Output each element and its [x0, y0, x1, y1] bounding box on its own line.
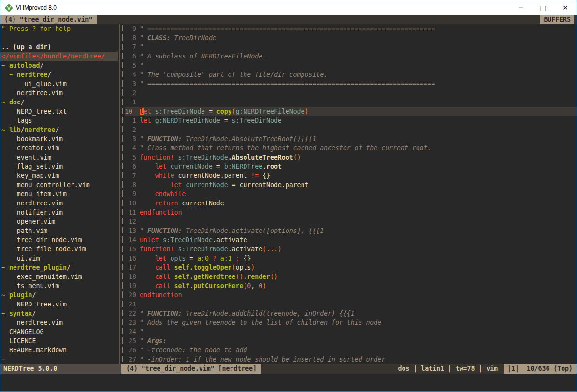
code-line[interactable]: 1	[125, 98, 577, 107]
tree-item[interactable]: ui.vim	[1, 254, 118, 263]
line-number: 20	[125, 290, 136, 300]
tree-item[interactable]: notifier.vim	[1, 208, 118, 217]
code-line[interactable]: 17 call self.toggleOpen(opts)	[125, 263, 577, 272]
close-button[interactable]: ✕	[554, 0, 577, 15]
statusline-nerdtree[interactable]: NERDTree 5.0.0	[0, 364, 121, 374]
code-line[interactable]: 5"	[125, 61, 577, 70]
tree-item[interactable]: flag_set.vim	[1, 162, 118, 171]
tree-item[interactable]: ~ plugin/	[1, 290, 118, 300]
tree-item[interactable]: menu_controller.vim	[1, 180, 118, 189]
code-line[interactable]: 6 let currentNode = b:NERDTree.root	[125, 162, 577, 171]
code-line[interactable]: 13" FUNCTION: TreeDirNode.activate([opti…	[125, 226, 577, 235]
tree-item[interactable]: ~ nerdtree_plugin/	[1, 263, 118, 272]
tree-item[interactable]: path.vim	[1, 226, 118, 235]
code-line[interactable]: 6" A subclass of NERDTreeFileNode.	[125, 52, 577, 61]
command-line[interactable]	[0, 374, 577, 391]
statusline-active-buffer[interactable]: (4) "tree_dir_node.vim" [nerdtree]	[121, 364, 261, 374]
line-number: 8	[125, 33, 136, 43]
tree-item[interactable]: menu_item.vim	[1, 189, 118, 199]
code-line[interactable]: 15function! s:TreeDirNode.activate(...)	[125, 245, 577, 254]
syntax-dim: ~	[1, 356, 5, 363]
minimize-button[interactable]: ─	[510, 0, 532, 15]
code-line[interactable]: 14unlet s:TreeDirNode.activate	[125, 235, 577, 245]
tree-item[interactable]: " Press ? for help	[1, 24, 118, 33]
tree-item[interactable]: README.markdown	[1, 346, 118, 355]
code-line[interactable]: 10let s:TreeDirNode = copy(g:NERDTreeFil…	[125, 107, 577, 116]
tree-item[interactable]: ~ nerdtree/	[1, 70, 118, 79]
line-number: 19	[125, 281, 136, 290]
syntax-cb: FUNCTION:	[147, 310, 182, 317]
buffers-tab[interactable]: BUFFERS	[540, 15, 574, 24]
tree-item[interactable]: ~ doc/	[1, 98, 118, 107]
tree-item[interactable]: ~	[1, 355, 118, 364]
tree-item[interactable]: ~ syntax/	[1, 309, 118, 318]
code-line[interactable]: 2	[125, 88, 577, 98]
syntax-c: "	[140, 227, 147, 234]
tab-current[interactable]: (4) "tree_dir_node.vim"	[0, 15, 97, 24]
code-line[interactable]: 4" Class method that returns the highest…	[125, 144, 577, 153]
code-line[interactable]: 11endfunction	[125, 208, 577, 217]
code-line[interactable]: 7 while currentNode.parent != {}	[125, 171, 577, 180]
code-line[interactable]: 16 let opts = a:0 ? a:1 : {}	[125, 254, 577, 263]
tree-item[interactable]: LICENCE	[1, 336, 118, 346]
code-line[interactable]: 19 call self.putCursorHere(0, 0)	[125, 281, 577, 290]
syntax-f: ui.vim	[1, 255, 40, 262]
code-line[interactable]: 9 endwhile	[125, 189, 577, 199]
statusline-flags: dos | latin1 | tw=78 | vim	[261, 364, 504, 374]
code-line[interactable]: 22" FUNCTION: TreeDirNode.addChild(treen…	[125, 309, 577, 318]
code-line[interactable]: 9" =====================================…	[125, 24, 577, 33]
code-line[interactable]: 26" -treenode: the node to add	[125, 346, 577, 355]
tree-item[interactable]: bookmark.vim	[1, 134, 118, 144]
tree-item[interactable]: key_map.vim	[1, 171, 118, 180]
code-line[interactable]: 1let g:NERDTreeDirNode = s:TreeDirNode	[125, 116, 577, 125]
syntax-p: =	[220, 117, 232, 124]
tree-item[interactable]: CHANGELOG	[1, 327, 118, 336]
syntax-k: let	[155, 255, 167, 262]
syntax-id: currentNode	[171, 163, 213, 170]
code-line[interactable]: 3" =====================================…	[125, 79, 577, 88]
code-line[interactable]: 12	[125, 217, 577, 226]
tree-item[interactable]: nerdtree.vim	[1, 199, 118, 208]
tree-item[interactable]	[1, 33, 118, 43]
tree-item[interactable]: ~ autoload/	[1, 61, 118, 70]
tree-item[interactable]: ~ lib/nerdtree/	[1, 125, 118, 134]
tree-item[interactable]: event.vim	[1, 153, 118, 162]
code-line[interactable]: 21	[125, 300, 577, 309]
window-divider[interactable]	[118, 24, 125, 364]
tree-item[interactable]: tree_dir_node.vim	[1, 235, 118, 245]
tree-item[interactable]: tags	[1, 116, 118, 125]
syntax-c: " A subclass of NERDTreeFileNode.	[140, 53, 266, 60]
code-line[interactable]: 25" Args:	[125, 336, 577, 346]
code-line[interactable]: 8" CLASS: TreeDirNode	[125, 33, 577, 43]
tree-item[interactable]: nerdtree.vim	[1, 318, 118, 327]
syntax-fn: copy	[216, 108, 232, 115]
tree-item[interactable]: ui_glue.vim	[1, 79, 118, 88]
maximize-button[interactable]: □	[532, 0, 554, 15]
tree-item[interactable]: nerdtree.vim	[1, 88, 118, 98]
syntax-o: )	[304, 108, 308, 115]
code-line[interactable]: 3" FUNCTION: TreeDirNode.AbsoluteTreeRoo…	[125, 134, 577, 144]
code-line[interactable]: 23" Adds the given treenode to the list …	[125, 318, 577, 327]
tree-item[interactable]: NERD_tree.vim	[1, 300, 118, 309]
line-number: 15	[125, 245, 136, 254]
code-line[interactable]: 18 call self.getNerdtree().render()	[125, 272, 577, 281]
code-line[interactable]: 20endfunction	[125, 290, 577, 300]
code-line[interactable]: 8 let currentNode = currentNode.parent	[125, 180, 577, 189]
tree-item[interactable]: </vimfiles/bundle/nerdtree/	[0, 52, 118, 61]
tree-item[interactable]: tree_file_node.vim	[1, 245, 118, 254]
syntax-p: = currentNode.parent	[228, 181, 309, 189]
tree-item[interactable]: fs_menu.vim	[1, 281, 118, 290]
code-line[interactable]: 4" The 'composite' part of the file/dir …	[125, 70, 577, 79]
code-line[interactable]: 24"	[125, 327, 577, 336]
code-line[interactable]: 10 return currentNode	[125, 199, 577, 208]
tree-item[interactable]: exec_menuitem.vim	[1, 272, 118, 281]
code-line[interactable]: 27" -inOrder: 1 if the new node should b…	[125, 355, 577, 364]
tree-item[interactable]: opener.vim	[1, 217, 118, 226]
code-line[interactable]: 2	[125, 125, 577, 134]
tree-item[interactable]: NERD_tree.txt	[1, 107, 118, 116]
syntax-c: " ======================================…	[140, 80, 435, 87]
code-line[interactable]: 5function! s:TreeDirNode.AbsoluteTreeRoo…	[125, 153, 577, 162]
code-line[interactable]: 7"	[125, 43, 577, 52]
tree-item[interactable]: .. (up a dir)	[1, 43, 118, 52]
tree-item[interactable]: creator.vim	[1, 144, 118, 153]
